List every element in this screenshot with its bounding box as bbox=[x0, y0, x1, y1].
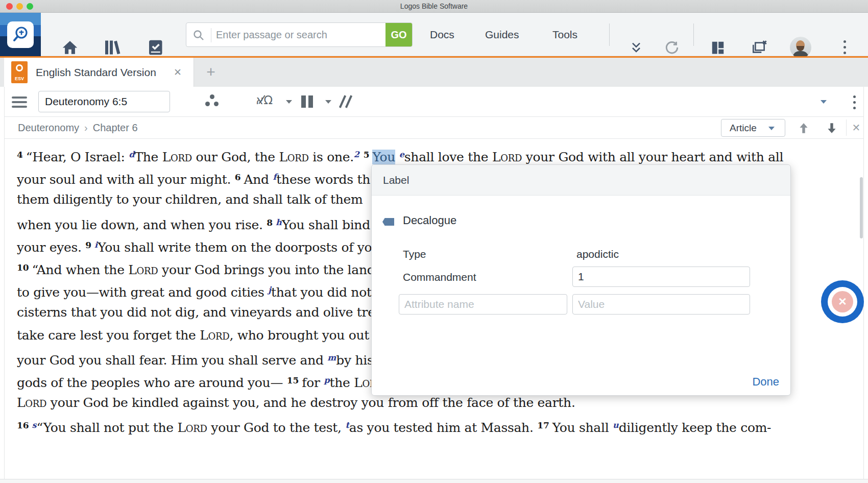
type-value[interactable]: apodictic bbox=[576, 248, 619, 260]
menu-docs[interactable]: Docs bbox=[430, 13, 454, 56]
commandment-input[interactable] bbox=[572, 267, 750, 287]
documents-book-check-button[interactable] bbox=[146, 38, 164, 59]
original-language-aleph-omega-button[interactable]: אΩ bbox=[256, 93, 273, 107]
esv-resource-icon: ESV bbox=[11, 61, 28, 83]
commandment-label: Commandment bbox=[403, 271, 476, 283]
tab-label: English Standard Version bbox=[36, 58, 156, 87]
tab-close-icon[interactable]: ✕ bbox=[168, 58, 187, 87]
global-search-box: GO bbox=[186, 22, 413, 47]
visual-filters-button[interactable] bbox=[205, 94, 219, 108]
search-input[interactable] bbox=[216, 23, 379, 46]
previous-chapter-up-arrow-button[interactable] bbox=[797, 122, 810, 137]
label-tag-name[interactable]: Decalogue bbox=[403, 214, 456, 227]
new-tab-button[interactable]: + bbox=[199, 58, 223, 87]
done-button[interactable]: Done bbox=[752, 375, 779, 389]
logos-magnifier-cross-icon bbox=[7, 21, 34, 48]
breadcrumb-chapter[interactable]: Chapter 6 bbox=[93, 122, 138, 133]
type-label: Type bbox=[403, 248, 426, 260]
resource-toolbar: אΩ bbox=[5, 87, 863, 116]
attribute-name-input[interactable] bbox=[399, 294, 567, 315]
main-toolbar: GO Docs Guides Tools bbox=[0, 13, 868, 56]
label-popup: Label Decalogue Type apodictic Commandme… bbox=[371, 164, 791, 396]
panel-kebab-menu[interactable] bbox=[853, 95, 856, 112]
next-chapter-down-arrow-button[interactable] bbox=[825, 122, 838, 137]
close-selection-x-icon: ✕ bbox=[832, 291, 853, 312]
breadcrumb-book[interactable]: Deuteronomy bbox=[18, 122, 79, 133]
view-mode-dropdown[interactable]: Article bbox=[721, 119, 785, 137]
search-icon bbox=[192, 29, 205, 43]
location-bar: Deuteronomy›Chapter 6 Article ✕ bbox=[5, 116, 863, 139]
app-window: Logos Bible Software bbox=[0, 0, 868, 483]
breadcrumb-separator: › bbox=[84, 122, 88, 133]
close-selection-button[interactable]: ✕ bbox=[821, 280, 864, 323]
close-all-panels-button[interactable] bbox=[751, 39, 767, 58]
logos-app-logo bbox=[0, 13, 41, 56]
window-bottom-edge bbox=[0, 479, 868, 483]
scripture-line[interactable]: 16 s“You shall not put the Lord your God… bbox=[17, 414, 860, 437]
scrollbar-thumb[interactable] bbox=[860, 177, 863, 238]
macos-titlebar: Logos Bible Software bbox=[0, 0, 868, 13]
tab-bar: ESV English Standard Version ✕ + bbox=[0, 56, 868, 87]
attribute-value-input[interactable] bbox=[572, 294, 750, 315]
reference-input[interactable] bbox=[38, 91, 170, 112]
library-button[interactable] bbox=[102, 38, 120, 59]
go-button[interactable]: GO bbox=[385, 23, 412, 46]
panel-close-icon[interactable]: ✕ bbox=[848, 117, 864, 138]
view-mode-label: Article bbox=[730, 123, 757, 133]
menu-guides[interactable]: Guides bbox=[485, 13, 519, 56]
home-button[interactable] bbox=[61, 39, 79, 58]
toolbar-overflow-kebab-menu[interactable] bbox=[843, 40, 846, 57]
scripture-line[interactable]: 4 “Hear, O Israel: dThe Lord our God, th… bbox=[17, 143, 860, 166]
breadcrumb: Deuteronomy›Chapter 6 bbox=[18, 117, 138, 138]
sync-icon[interactable] bbox=[664, 39, 680, 58]
columns-dropdown-caret-icon[interactable] bbox=[325, 100, 331, 104]
parallel-resources-button[interactable] bbox=[341, 95, 354, 108]
user-avatar[interactable] bbox=[790, 37, 811, 58]
view-mode-caret-icon bbox=[768, 127, 775, 130]
window-title: Logos Bible Software bbox=[0, 0, 868, 13]
tag-icon bbox=[382, 218, 394, 226]
original-language-dropdown-caret-icon[interactable] bbox=[286, 100, 292, 104]
panel-menu-hamburger-icon[interactable] bbox=[12, 96, 27, 110]
expand-panels-double-chevron-icon[interactable] bbox=[629, 41, 643, 57]
columns-view-button[interactable] bbox=[301, 95, 314, 108]
label-popup-title: Label bbox=[372, 165, 790, 196]
layout-button[interactable] bbox=[710, 40, 726, 57]
tab-english-standard-version[interactable]: ESV English Standard Version ✕ bbox=[4, 58, 194, 87]
history-dropdown-caret-icon[interactable] bbox=[821, 100, 827, 104]
menu-tools[interactable]: Tools bbox=[552, 13, 577, 56]
